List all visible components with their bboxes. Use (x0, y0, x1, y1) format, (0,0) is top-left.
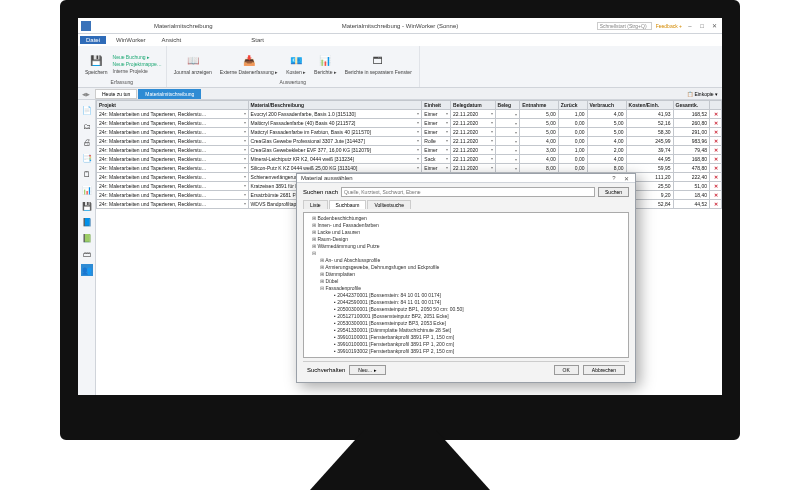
rail-tool-1[interactable]: 🗂 (81, 120, 93, 132)
rail-tool-10[interactable]: 👥 (81, 264, 93, 276)
cell[interactable]: 44,95 (626, 155, 673, 164)
cell[interactable]: 58,30 (626, 128, 673, 137)
rail-tool-9[interactable]: 🗃 (81, 248, 93, 260)
col-header[interactable]: Zurück (558, 101, 587, 110)
cell[interactable]: 24r: Malerarbeiten und Tapezieren, Reckl… (97, 191, 249, 200)
interne-projekte-button[interactable]: Interne Projekte (113, 68, 162, 74)
cell[interactable]: 79,48 (673, 146, 709, 155)
cell[interactable]: CreaGlas Gewebe Professional 3307 Jute [… (248, 137, 422, 146)
col-header[interactable]: Material/Beschreibung (248, 101, 422, 110)
minimize-button[interactable]: – (686, 23, 694, 29)
cell[interactable] (495, 155, 520, 164)
row-delete-button[interactable]: ✕ (710, 191, 722, 200)
rail-tool-6[interactable]: 💾 (81, 200, 93, 212)
file-tab[interactable]: Datei (80, 36, 106, 44)
rail-tool-4[interactable]: 🗒 (81, 168, 93, 180)
rail-tool-3[interactable]: 📑 (81, 152, 93, 164)
cell[interactable]: 260,80 (673, 119, 709, 128)
tree-node[interactable]: Dübel (306, 278, 626, 285)
cell[interactable]: 24r: Malerarbeiten und Tapezieren, Reckl… (97, 173, 249, 182)
tree-node[interactable]: Fassadenprofile (306, 285, 626, 292)
berichte-button[interactable]: 📊Berichte ▸ (311, 51, 340, 76)
col-header[interactable]: Gesamtk. (673, 101, 709, 110)
cell[interactable]: 24r: Malerarbeiten und Tapezieren, Reckl… (97, 146, 249, 155)
tree-leaf[interactable]: 39910100001 [Fensterbankprofil 3891 FP 1… (306, 334, 626, 341)
rail-tool-7[interactable]: 📘 (81, 216, 93, 228)
cell[interactable]: 22.11.2020 (451, 155, 496, 164)
tree-leaf[interactable]: 20442370001 [Bossenstein: 84 10 01 00 01… (306, 292, 626, 299)
cell[interactable]: 4,00 (520, 137, 559, 146)
row-delete-button[interactable]: ✕ (710, 137, 722, 146)
cell[interactable]: Mattcryl Fassadenfarbe im Farbton, Basis… (248, 128, 422, 137)
table-row[interactable]: 24r: Malerarbeiten und Tapezieren, Reckl… (97, 137, 722, 146)
tree-leaf[interactable]: 20442590001 [Bossenstein: 84 11 01 00 01… (306, 299, 626, 306)
rail-tool-5[interactable]: 📊 (81, 184, 93, 196)
cell[interactable]: 4,00 (587, 137, 626, 146)
col-header[interactable]: Entnahme (520, 101, 559, 110)
cell[interactable]: Eimer (422, 128, 451, 137)
table-row[interactable]: 24r: Malerarbeiten und Tapezieren, Reckl… (97, 110, 722, 119)
cell[interactable]: 983,96 (673, 137, 709, 146)
tab-materialmitschreibung[interactable]: Materialmitschreibung (138, 89, 201, 99)
tree-node[interactable] (306, 250, 626, 257)
cell[interactable]: Eimer (422, 110, 451, 119)
group-dropdown[interactable]: 📋 Einkopie ▾ (687, 91, 722, 97)
kosten-button[interactable]: 💶Kosten ▸ (283, 51, 309, 76)
cell[interactable]: Mineral-Leichtputz KR K2, 0444 weiß [313… (248, 155, 422, 164)
dialog-help-button[interactable]: ? (609, 175, 619, 182)
cell[interactable]: 1,00 (558, 146, 587, 155)
tree-leaf[interactable]: 20500300001 [Bossensteinputz BP1, 2050 5… (306, 306, 626, 313)
ribbon-tab-ansicht[interactable]: Ansicht (156, 36, 188, 44)
cell[interactable]: 22.11.2020 (451, 164, 496, 173)
tree-node[interactable]: Dämmplatten (306, 271, 626, 278)
cell[interactable]: 52,16 (626, 119, 673, 128)
row-delete-button[interactable]: ✕ (710, 155, 722, 164)
cell[interactable]: 24r: Malerarbeiten und Tapezieren, Reckl… (97, 128, 249, 137)
table-row[interactable]: 24r: Malerarbeiten und Tapezieren, Reckl… (97, 119, 722, 128)
row-delete-button[interactable]: ✕ (710, 128, 722, 137)
table-row[interactable]: 24r: Malerarbeiten und Tapezieren, Reckl… (97, 146, 722, 155)
cell[interactable]: 24r: Malerarbeiten und Tapezieren, Reckl… (97, 182, 249, 191)
cell[interactable]: 5,00 (587, 119, 626, 128)
row-delete-button[interactable]: ✕ (710, 119, 722, 128)
table-row[interactable]: 24r: Malerarbeiten und Tapezieren, Reckl… (97, 164, 722, 173)
cell[interactable]: 18,40 (673, 191, 709, 200)
cell[interactable]: Eimer (422, 146, 451, 155)
col-header[interactable]: Einheit (422, 101, 451, 110)
row-delete-button[interactable]: ✕ (710, 182, 722, 191)
cell[interactable]: Silicon-Putz K KZ 0444 weiß 25,00 KG [31… (248, 164, 422, 173)
cell[interactable]: 22.11.2020 (451, 128, 496, 137)
journal-button[interactable]: 📖Journal anzeigen (171, 51, 215, 76)
neue-projektmappe-button[interactable]: Neue Projektmappe… (113, 61, 162, 67)
tree-node[interactable]: Innen- und Fassadenfarben (306, 222, 626, 229)
cell[interactable]: 24r: Malerarbeiten und Tapezieren, Reckl… (97, 200, 249, 209)
ok-button[interactable]: OK (554, 365, 579, 375)
tree-node[interactable]: Lacke und Lasuren (306, 229, 626, 236)
cell[interactable]: 59,95 (626, 164, 673, 173)
cell[interactable]: 1,00 (558, 110, 587, 119)
tree-leaf[interactable]: 39910100001 [Fensterbankprofil 3891 FP 1… (306, 341, 626, 348)
cell[interactable]: 0,00 (558, 119, 587, 128)
cell[interactable] (495, 110, 520, 119)
cell[interactable]: 0,00 (558, 164, 587, 173)
cell[interactable]: 4,00 (587, 110, 626, 119)
row-delete-button[interactable]: ✕ (710, 110, 722, 119)
cell[interactable]: 168,80 (673, 155, 709, 164)
maximize-button[interactable]: □ (698, 23, 706, 29)
cell[interactable]: 24r: Malerarbeiten und Tapezieren, Reckl… (97, 164, 249, 173)
cell[interactable]: 478,80 (673, 164, 709, 173)
dialog-close-button[interactable]: ✕ (621, 175, 631, 182)
cell[interactable]: 51,00 (673, 182, 709, 191)
cell[interactable]: 22.11.2020 (451, 110, 496, 119)
col-header[interactable]: Belegdatum (451, 101, 496, 110)
cell[interactable]: Eimer (422, 164, 451, 173)
table-row[interactable]: 24r: Malerarbeiten und Tapezieren, Reckl… (97, 128, 722, 137)
dlg-tab-volltext[interactable]: Volltextsuche (367, 200, 410, 209)
close-button[interactable]: ✕ (710, 22, 718, 29)
cell[interactable]: 41,93 (626, 110, 673, 119)
row-delete-button[interactable]: ✕ (710, 146, 722, 155)
cell[interactable]: CreaGlas Gewebekleber EVF 377, 16,00 KG … (248, 146, 422, 155)
cell[interactable]: 3,00 (520, 146, 559, 155)
ribbon-tab-start[interactable]: Start (191, 36, 270, 44)
row-delete-button[interactable]: ✕ (710, 173, 722, 182)
